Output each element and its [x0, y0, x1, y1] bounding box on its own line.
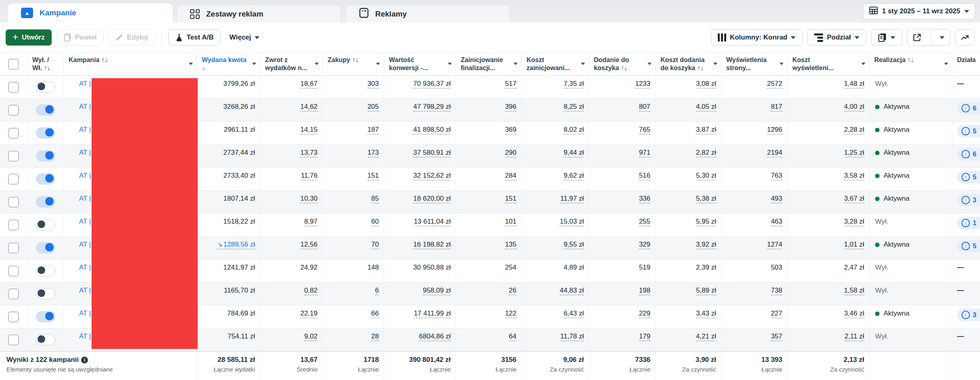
campaign-name[interactable]: AT |: [79, 309, 91, 317]
campaign-name[interactable]: AT |: [79, 126, 91, 133]
column-filter-caret-icon[interactable]: [581, 63, 585, 65]
summary-cell: 13 393Łącznie: [721, 352, 788, 380]
campaign-toggle[interactable]: [36, 104, 55, 116]
row-checkbox[interactable]: [8, 289, 19, 299]
duplicate-button[interactable]: Powiel: [56, 29, 104, 46]
actions-badge[interactable]: ↑6: [957, 102, 980, 114]
columns-button[interactable]: Kolumny: Konrad: [711, 29, 803, 46]
column-filter-caret-icon[interactable]: [189, 63, 193, 65]
campaign-name[interactable]: AT |: [79, 80, 91, 87]
edit-button[interactable]: Edytuj: [109, 29, 155, 46]
campaign-toggle[interactable]: [36, 334, 55, 345]
charts-button[interactable]: [955, 29, 974, 46]
campaign-toggle[interactable]: [36, 242, 55, 253]
export-button[interactable]: [907, 29, 927, 46]
row-checkbox[interactable]: [8, 311, 19, 322]
column-header-add_to_cart[interactable]: Dodanie dokoszyka ↑↓: [589, 53, 656, 75]
metric-cell-conv_value: 16 198,82 zł: [384, 237, 456, 259]
column-header-cost_init[interactable]: Kosztzainicjowani...: [522, 53, 589, 75]
row-checkbox[interactable]: [8, 82, 19, 93]
spent-trend-link[interactable]: ↘1289,56 zł: [217, 241, 255, 249]
column-filter-caret-icon[interactable]: [448, 63, 452, 65]
summary-value: 390 801,42 zł: [389, 356, 451, 364]
actions-badge[interactable]: ↑5: [957, 240, 980, 252]
actions-badge[interactable]: ↑3: [957, 194, 980, 206]
column-filter-caret-icon[interactable]: [376, 63, 380, 65]
row-checkbox[interactable]: [8, 197, 19, 208]
row-checkbox[interactable]: [8, 334, 19, 345]
column-header-checkout_init[interactable]: Zainicjowaniefinalizacji...: [456, 53, 522, 75]
column-filter-caret-icon[interactable]: [514, 63, 518, 65]
results-summary-cell: Wyniki z 122 kampaniiiElementy usunięte …: [0, 352, 197, 380]
actions-badge[interactable]: ↑5: [957, 171, 980, 183]
row-checkbox[interactable]: [8, 266, 19, 276]
campaign-name[interactable]: AT |: [79, 332, 91, 340]
chevron-down-icon: [255, 36, 259, 39]
more-button[interactable]: Więcej: [226, 29, 264, 46]
column-filter-caret-icon[interactable]: [713, 63, 717, 65]
column-filter-caret-icon[interactable]: [861, 63, 865, 65]
column-filter-caret-icon[interactable]: [315, 63, 319, 65]
column-header-select[interactable]: [0, 53, 27, 75]
campaign-toggle[interactable]: [36, 127, 55, 139]
column-filter-caret-icon[interactable]: [252, 63, 256, 65]
column-header-page_views[interactable]: Wyświetleniastrony...: [721, 53, 788, 75]
export-menu-button[interactable]: [934, 29, 950, 46]
column-header-toggle[interactable]: Wył. /Wł. ↑↓: [27, 53, 64, 75]
column-header-delivery[interactable]: Realizacja ↑↓: [869, 53, 952, 75]
tab-ad-sets[interactable]: Zestawy reklam: [177, 5, 341, 23]
campaign-name[interactable]: AT |: [79, 103, 91, 110]
column-header-actions[interactable]: Działa: [952, 53, 980, 75]
column-header-spent[interactable]: Wydana kwota↓: [197, 53, 260, 75]
campaign-name[interactable]: AT |: [79, 149, 91, 156]
actions-cell: ↑3: [952, 305, 980, 328]
row-checkbox[interactable]: [8, 243, 19, 253]
row-checkbox[interactable]: [8, 174, 19, 185]
campaign-toggle[interactable]: [36, 173, 55, 185]
column-header-purchases[interactable]: Zakupy ↑↓: [323, 53, 384, 75]
ab-test-button[interactable]: Test A/B: [168, 29, 221, 46]
select-all-checkbox[interactable]: [8, 59, 19, 70]
actions-badge[interactable]: ↑3: [957, 309, 980, 321]
tab-ads[interactable]: Reklamy: [346, 5, 510, 23]
metric-cell-add_to_cart: 179: [589, 328, 656, 351]
campaign-name[interactable]: AT |: [79, 287, 91, 294]
reports-button[interactable]: [871, 29, 902, 46]
column-filter-caret-icon[interactable]: [944, 63, 948, 65]
campaign-name[interactable]: AT |: [79, 241, 91, 248]
delivery-cell: Aktywna: [869, 191, 952, 213]
breakdown-button[interactable]: Podział: [807, 29, 866, 46]
column-filter-caret-icon[interactable]: [779, 63, 784, 65]
campaign-toggle[interactable]: [36, 311, 55, 322]
metric-cell-cost_init: 4,89 zł: [522, 260, 589, 282]
summary-label: Za czynność: [792, 366, 864, 373]
campaign-toggle[interactable]: [36, 288, 55, 299]
column-header-conv_value[interactable]: Wartośćkonwersji -...: [384, 53, 456, 75]
column-header-cost_atc[interactable]: Koszt dodaniado koszyka ↑↓: [656, 53, 721, 75]
date-range-button[interactable]: 1 sty 2025 – 11 wrz 2025: [863, 3, 975, 19]
actions-badge[interactable]: ↑5: [957, 125, 980, 137]
campaign-name[interactable]: AT |: [79, 264, 91, 271]
row-checkbox[interactable]: [8, 128, 19, 139]
campaign-name[interactable]: AT |: [79, 195, 91, 202]
column-filter-caret-icon[interactable]: [648, 63, 652, 65]
campaign-toggle[interactable]: [36, 219, 55, 230]
column-header-roas[interactable]: Zwrot zwydatków n...: [260, 53, 323, 75]
campaign-name[interactable]: AT |: [79, 172, 91, 179]
actions-badge[interactable]: ↑6: [957, 148, 980, 160]
campaign-toggle[interactable]: [36, 196, 55, 208]
row-checkbox[interactable]: [8, 151, 19, 162]
toggle-knob: [45, 174, 54, 183]
campaign-toggle[interactable]: [36, 265, 55, 276]
column-header-campaign[interactable]: Kampania ↑↓: [64, 53, 197, 75]
campaign-name[interactable]: AT |: [79, 218, 91, 225]
row-checkbox[interactable]: [8, 220, 19, 230]
row-checkbox[interactable]: [8, 105, 19, 116]
actions-badge[interactable]: ↑1: [957, 217, 980, 229]
column-header-cost_views[interactable]: Kosztwyświetleni...: [788, 53, 869, 75]
campaign-toggle[interactable]: [36, 150, 55, 162]
info-icon[interactable]: i: [81, 357, 88, 363]
campaign-toggle[interactable]: [36, 81, 55, 93]
create-button[interactable]: + Utwórz: [6, 29, 52, 46]
tab-campaigns[interactable]: ▲ Kampanie: [8, 3, 173, 23]
